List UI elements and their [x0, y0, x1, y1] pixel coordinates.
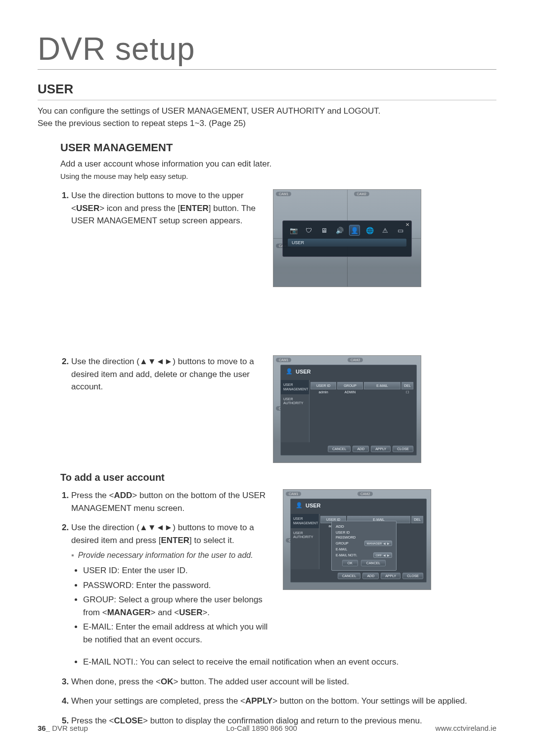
- cam2-label: CAM2: [354, 192, 369, 196]
- pf-emailnoti: E-MAIL NOTI.: [336, 553, 357, 557]
- screenshot-add-popup: CAM1 CAM2 CAM3 👤 USER USER MANAGEMENT US…: [283, 489, 431, 590]
- user-icon: 👤: [296, 502, 303, 509]
- table-row[interactable]: admin ADMIN ☐: [311, 389, 413, 395]
- col-userid: USER ID: [311, 382, 336, 389]
- page-number: 36_ DVR setup: [38, 724, 88, 732]
- menu-selected-label: USER: [288, 239, 406, 247]
- close-button[interactable]: CLOSE: [393, 446, 413, 452]
- sidebar-item-user-authority[interactable]: USER AUTHORITY: [281, 394, 309, 409]
- user-management-lead: Add a user account whose information you…: [60, 159, 496, 169]
- monitor-icon[interactable]: 🖥: [319, 225, 330, 236]
- add-step-3: When done, press the <OK> button. The ad…: [71, 675, 496, 688]
- step-1: Use the direction buttons to move to the…: [71, 189, 263, 227]
- popup-title: ADD: [336, 524, 392, 529]
- left-arrow-icon[interactable]: ◀: [383, 553, 386, 557]
- section-intro: You can configure the settings of USER M…: [38, 105, 496, 129]
- add-button[interactable]: ADD: [353, 446, 369, 452]
- sidebar-item-user-management[interactable]: USER MANAGEMENT: [291, 514, 319, 528]
- camera-icon[interactable]: 📷: [288, 225, 299, 236]
- bullet-userid: USER ID: Enter the user ID.: [83, 564, 273, 577]
- col-group: GROUP: [337, 382, 363, 389]
- cell-userid: admin: [311, 389, 336, 395]
- page-footer: 36_ DVR setup Lo-Call 1890 866 900 www.c…: [38, 724, 496, 732]
- apply-button[interactable]: APPLY: [381, 573, 400, 579]
- col-del: DEL: [411, 516, 423, 523]
- pf-userid: USER ID: [336, 531, 350, 534]
- sidebar-item-user-authority[interactable]: USER AUTHORITY: [291, 528, 319, 543]
- bullet-password: PASSWORD: Enter the password.: [83, 579, 273, 592]
- user-icon[interactable]: 👤: [349, 225, 360, 236]
- screenshot-user-menu: CAM1 CAM2 CAM3 ✕ 📷 🛡 🖥 🔊 👤 🌐 ⚠: [273, 189, 421, 287]
- footer-call: Lo-Call 1890 866 900: [88, 724, 436, 732]
- left-arrow-icon[interactable]: ◀: [383, 542, 386, 545]
- panel-button-row: CANCEL ADD APPLY CLOSE: [338, 573, 423, 579]
- cancel-button[interactable]: CANCEL: [328, 446, 351, 452]
- intro-line1: You can configure the settings of USER M…: [38, 106, 381, 116]
- add-field-bullets: USER ID: Enter the user ID. PASSWORD: En…: [71, 564, 273, 646]
- panel-button-row: CANCEL ADD APPLY CLOSE: [328, 446, 413, 452]
- intro-line2: See the previous section to repeat steps…: [38, 119, 246, 128]
- popup-ok-button[interactable]: OK: [342, 560, 358, 566]
- emailnoti-dropdown[interactable]: OFF ◀ ▶: [373, 552, 392, 558]
- record-icon[interactable]: ▭: [395, 225, 406, 236]
- close-icon[interactable]: ✕: [405, 222, 409, 227]
- chapter-title: DVR setup: [38, 31, 496, 70]
- setup-menubar: ✕ 📷 🛡 🖥 🔊 👤 🌐 ⚠ ▭ USER: [282, 220, 412, 257]
- right-arrow-icon[interactable]: ▶: [387, 553, 390, 557]
- add-step-2-note: Provide necessary information for the us…: [71, 549, 273, 561]
- step-2: Use the direction (▲▼◄►) buttons to move…: [71, 355, 263, 393]
- user-table: USER ID GROUP E-MAIL DEL admin ADMIN ☐: [311, 382, 413, 440]
- add-popup: ADD USER ID PASSWORD GROUP MANAGER ◀ ▶: [331, 521, 397, 571]
- cam2-label: CAM2: [357, 492, 373, 496]
- bullet-group: GROUP: Select a group where the user bel…: [83, 593, 273, 619]
- apply-button[interactable]: APPLY: [371, 446, 391, 452]
- shield-icon[interactable]: 🛡: [304, 225, 314, 236]
- group-dropdown[interactable]: MANAGER ◀ ▶: [364, 541, 392, 546]
- screenshot-user-mgmt-panel: CAM1 CAM2 CAM3 👤 USER USER MANAGEMENT US…: [273, 355, 421, 463]
- add-step-2: Use the direction (▲▼◄►) buttons to move…: [71, 521, 273, 646]
- add-user-steps-cont: E-MAIL NOTI.: You can select to receive …: [60, 656, 496, 727]
- add-user-heading: To add a user account: [60, 472, 496, 483]
- cell-email: [364, 389, 400, 395]
- user-mgmt-steps: Use the direction buttons to move to the…: [60, 189, 263, 227]
- right-arrow-icon[interactable]: ▶: [387, 542, 390, 545]
- panel-title: 👤 USER: [281, 365, 416, 377]
- sidebar-item-user-management[interactable]: USER MANAGEMENT: [281, 380, 309, 394]
- user-panel: 👤 USER USER MANAGEMENT USER AUTHORITY US…: [290, 499, 427, 583]
- cam1-label: CAM1: [276, 358, 291, 362]
- cam1-label: CAM1: [276, 192, 291, 196]
- col-email: E-MAIL: [364, 382, 400, 389]
- user-panel: 👤 USER USER MANAGEMENT USER AUTHORITY US…: [280, 365, 417, 456]
- close-button[interactable]: CLOSE: [402, 573, 423, 579]
- bullet-email: E-MAIL: Enter the email address at which…: [83, 621, 273, 646]
- pf-email: E-MAIL: [336, 547, 347, 551]
- event-icon[interactable]: ⚠: [380, 225, 391, 236]
- add-button[interactable]: ADD: [362, 573, 379, 579]
- mouse-note: Using the mouse may help easy setup.: [60, 172, 496, 180]
- cancel-button[interactable]: CANCEL: [338, 573, 360, 579]
- cam2-label: CAM2: [348, 358, 363, 362]
- pf-group: GROUP: [336, 542, 349, 545]
- cell-del[interactable]: ☐: [401, 389, 413, 395]
- network-icon[interactable]: 🌐: [364, 225, 375, 236]
- pf-password: PASSWORD: [336, 536, 356, 539]
- user-icon: 👤: [286, 368, 293, 375]
- popup-cancel-button[interactable]: CANCEL: [361, 560, 386, 566]
- panel-sidebar: USER MANAGEMENT USER AUTHORITY: [291, 514, 319, 569]
- menu-icon-row: 📷 🛡 🖥 🔊 👤 🌐 ⚠ ▭: [283, 221, 411, 236]
- footer-url: www.cctvireland.ie: [436, 724, 496, 732]
- user-mgmt-steps-2: Use the direction (▲▼◄►) buttons to move…: [60, 355, 263, 393]
- user-management-heading: USER MANAGEMENT: [60, 141, 496, 154]
- sound-icon[interactable]: 🔊: [334, 225, 345, 236]
- col-del: DEL: [401, 382, 413, 389]
- cell-group: ADMIN: [337, 389, 363, 395]
- add-step-1: Press the <ADD> button on the bottom of …: [71, 489, 273, 514]
- panel-title: 👤 USER: [291, 499, 426, 511]
- cam1-label: CAM1: [286, 492, 301, 496]
- section-user-heading: USER: [38, 82, 496, 100]
- panel-sidebar: USER MANAGEMENT USER AUTHORITY: [281, 380, 310, 442]
- add-step-4: When your settings are completed, press …: [71, 695, 496, 708]
- bullet-emailnoti: E-MAIL NOTI.: You can select to receive …: [83, 656, 496, 669]
- add-user-steps: Press the <ADD> button on the bottom of …: [60, 489, 273, 646]
- add-note: Provide necessary information for the us…: [71, 549, 273, 561]
